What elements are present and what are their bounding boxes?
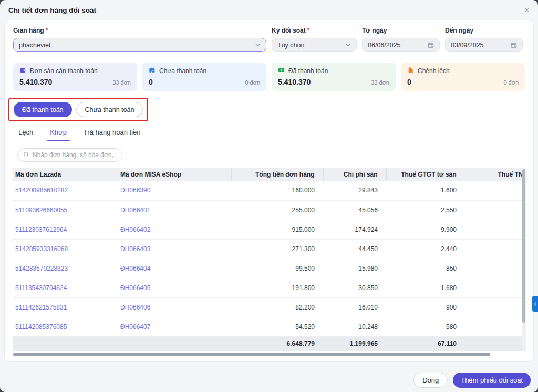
stat-card-label: Chưa thanh toán <box>159 67 206 75</box>
chevron-left-icon <box>533 302 537 306</box>
store-select[interactable]: phacheviet <box>13 38 266 52</box>
stat-card-count: 0 đơn <box>503 79 519 86</box>
order-total: 915.000 <box>231 220 323 239</box>
chevron-down-icon <box>345 42 351 48</box>
order-search[interactable] <box>17 148 122 162</box>
table-row[interactable]: 511093626660055 ĐH066401 255.000 45.056 … <box>13 200 526 220</box>
table-row[interactable]: 514200985610282 ĐH066390 160.000 29.843 … <box>13 181 526 200</box>
tab-tra-hang-hoan-tien[interactable]: Trả hàng hoàn tiền <box>82 125 142 141</box>
unpaid-filter-button[interactable]: Chưa thanh toán <box>76 102 143 117</box>
table-row[interactable]: 511142621575831 ĐH066406 82.200 16.010 9… <box>13 297 526 317</box>
add-reconciliation-button[interactable]: Thêm phiếu đối soát <box>453 373 531 388</box>
table-row[interactable]: 511135430704624 ĐH066405 191.800 30.850 … <box>13 278 526 297</box>
lazada-order-link[interactable]: 514285933316068 <box>13 239 118 259</box>
stat-card-value: 0 <box>407 78 411 86</box>
tab-bar: Lệch Khớp Trả hàng hoàn tiền <box>13 125 525 141</box>
order-total: 160.000 <box>231 181 323 200</box>
calendar-icon <box>428 42 434 48</box>
misa-order-link[interactable]: ĐH066406 <box>118 297 231 317</box>
summary-empty <box>13 336 118 351</box>
order-tncn <box>465 239 526 259</box>
order-total: 99.500 <box>231 259 323 278</box>
period-label: Kỳ đối soát* <box>272 27 357 34</box>
horizontal-scrollbar-thumb[interactable] <box>13 353 490 356</box>
from-date-input[interactable]: 06/06/2025 <box>362 38 440 52</box>
calendar-icon <box>511 42 517 48</box>
order-tncn <box>465 278 526 297</box>
col-header-fee[interactable]: Chi phí sàn <box>323 168 386 181</box>
col-header-misa[interactable]: Mã đơn MISA eShop <box>118 168 231 181</box>
order-vat: 2.550 <box>386 200 465 220</box>
lazada-order-link[interactable]: 511135430704624 <box>13 278 118 297</box>
lazada-order-link[interactable]: 511142621575831 <box>13 297 118 317</box>
tab-lech[interactable]: Lệch <box>17 125 34 141</box>
order-fee: 16.010 <box>323 297 386 317</box>
lazada-order-link[interactable]: 511142085376085 <box>13 317 118 336</box>
to-date-input[interactable]: 03/09/2025 <box>445 38 523 52</box>
col-header-lazada[interactable]: Mã đơn Lazada <box>13 168 118 181</box>
modal-footer: Đóng Thêm phiếu đối soát <box>0 368 538 392</box>
table-row[interactable]: 514283570228323 ĐH066404 99.500 15.980 8… <box>13 259 526 278</box>
misa-order-link[interactable]: ĐH066405 <box>118 278 231 297</box>
lazada-order-link[interactable]: 514200985610282 <box>13 181 118 200</box>
required-asterisk: * <box>307 27 310 34</box>
order-fee: 174.924 <box>323 220 386 239</box>
table-vertical-scrollbar[interactable] <box>522 168 526 351</box>
stat-card-count: 0 đơn <box>245 79 260 86</box>
summary-row: 6.648.779 1.199.965 67.110 <box>13 336 526 351</box>
from-date-label: Từ ngày <box>362 27 440 34</box>
misa-order-link[interactable]: ĐH066404 <box>118 259 231 278</box>
col-header-total[interactable]: Tổng tiền đơn hàng <box>231 168 323 181</box>
tab-khop[interactable]: Khớp <box>49 125 68 141</box>
order-fee: 44.450 <box>323 239 386 259</box>
table-header-row: Mã đơn Lazada Mã đơn MISA eShop Tổng tiề… <box>13 168 526 181</box>
period-label-text: Kỳ đối soát <box>272 27 306 34</box>
misa-order-link[interactable]: ĐH066402 <box>118 220 231 239</box>
period-select-value: Tùy chọn <box>277 42 342 49</box>
store-select-value: phacheviet <box>19 42 252 49</box>
modal-body-panel: Gian hàng* phacheviet Kỳ đối soát* Tùy c… <box>4 20 534 362</box>
stat-card-difference: Chênh lệch 0 0 đơn <box>401 63 525 91</box>
order-tncn <box>465 200 526 220</box>
reconciliation-detail-modal: Chi tiết đơn hàng đối soát × Gian hàng* … <box>0 0 538 392</box>
stat-card-value: 5.410.370 <box>278 78 311 86</box>
table-horizontal-scrollbar[interactable] <box>13 353 526 356</box>
period-select[interactable]: Tùy chọn <box>272 38 357 52</box>
table-row[interactable]: 511123037612964 ĐH066402 915.000 174.924… <box>13 220 526 239</box>
order-fee: 45.056 <box>323 200 386 220</box>
paid-filter-button[interactable]: Đã thanh toán <box>14 102 72 117</box>
to-date-value: 03/09/2025 <box>451 42 508 49</box>
vertical-scrollbar-thumb[interactable] <box>522 169 525 323</box>
col-header-tncn[interactable]: Thuế TNCN <box>465 168 526 181</box>
side-panel-toggle[interactable] <box>532 296 538 312</box>
close-icon[interactable]: × <box>524 6 530 15</box>
search-input[interactable] <box>33 151 117 159</box>
lazada-order-link[interactable]: 511123037612964 <box>13 220 118 239</box>
lazada-order-link[interactable]: 511093626660055 <box>13 200 118 220</box>
lazada-order-link[interactable]: 514283570228323 <box>13 259 118 278</box>
store-label: Gian hàng* <box>13 27 266 34</box>
order-vat: 1.600 <box>386 181 465 200</box>
col-header-vat[interactable]: Thuế GTGT từ sàn <box>386 168 465 181</box>
misa-order-link[interactable]: ĐH066407 <box>118 317 231 336</box>
unpaid-wallet-icon <box>149 67 156 75</box>
table-row[interactable]: 511142085376085 ĐH066407 54.520 10.248 5… <box>13 317 526 336</box>
misa-order-link[interactable]: ĐH066403 <box>118 239 231 259</box>
summary-empty <box>118 336 231 351</box>
order-total: 255.000 <box>231 200 323 220</box>
stat-card-count: 33 đơn <box>371 79 389 86</box>
close-button[interactable]: Đóng <box>413 373 448 388</box>
to-date-field: Đến ngày 03/09/2025 <box>445 27 523 52</box>
stat-card-label: Đơn sàn cần thanh toán <box>30 67 98 75</box>
stat-card-count: 33 đơn <box>112 79 131 86</box>
order-tncn <box>465 220 526 239</box>
stat-card-label: Đã thanh toán <box>288 67 328 75</box>
document-icon <box>407 67 414 75</box>
annotation-box: Đã thanh toán Chưa thanh toán <box>8 98 148 121</box>
table-row[interactable]: 514285933316068 ĐH066403 271.300 44.450 … <box>13 239 526 259</box>
misa-order-link[interactable]: ĐH066401 <box>118 200 231 220</box>
order-tncn <box>465 317 526 336</box>
misa-order-link[interactable]: ĐH066390 <box>118 181 231 200</box>
required-asterisk: * <box>46 27 48 34</box>
modal-title: Chi tiết đơn hàng đối soát <box>8 6 96 14</box>
